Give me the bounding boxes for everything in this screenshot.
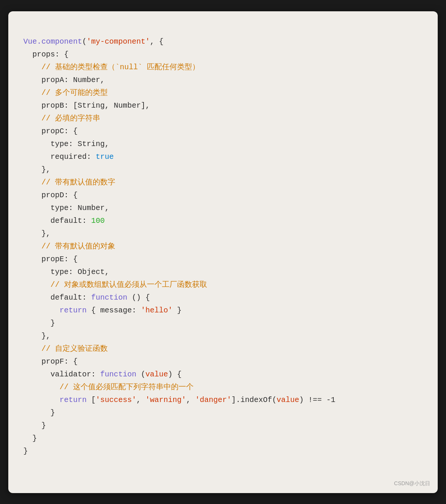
comment-propF: // 自定义验证函数 (23, 344, 108, 353)
paren-open: ( (82, 37, 87, 46)
function-keyword1: function (91, 293, 127, 302)
comma3: , (186, 396, 195, 404)
comma1: , { (150, 37, 163, 46)
propD-default: default: (23, 216, 91, 225)
propC-close: }, (23, 165, 50, 174)
comma2: , (136, 396, 145, 404)
value-param2: value (276, 396, 299, 404)
return-keyword: return (60, 306, 87, 315)
props-key: props: { (23, 50, 69, 59)
propD-open: propD: { (23, 191, 78, 199)
propE-close: }, (23, 332, 50, 340)
true-keyword: true (96, 152, 114, 161)
comment-factory: // 对象或数组默认值必须从一个工厂函数获取 (23, 280, 207, 289)
propF-open: propF: { (23, 357, 78, 366)
func-close: } (23, 319, 55, 327)
comment-propC: // 必填的字符串 (23, 114, 100, 123)
propD-close: }, (23, 229, 50, 238)
propF-close: } (23, 421, 46, 430)
danger-string: 'danger' (195, 396, 231, 404)
code-block: Vue.component('my-component', { props: {… (23, 23, 423, 471)
hello-string: 'hello' (141, 306, 173, 315)
propC-required: required: (23, 152, 96, 161)
propA-line: propA: Number, (23, 76, 105, 84)
validator-close: } (23, 408, 55, 417)
watermark: CSDN@小沈日 (394, 480, 430, 487)
vue-component-call: Vue.component (23, 37, 82, 46)
propC-open: propC: { (23, 127, 78, 136)
return-obj: { message: (87, 306, 141, 315)
comment-validator: // 这个值必须匹配下列字符串中的一个 (23, 383, 194, 391)
component-name-string: 'my-component' (87, 37, 150, 46)
props-close: } (23, 434, 37, 443)
number-100: 100 (91, 216, 105, 225)
value-param: value (145, 370, 168, 379)
comment-propB: // 多个可能的类型 (23, 88, 108, 97)
success-string: 'success' (96, 396, 136, 404)
array-open: [ (87, 396, 96, 404)
validator-line: validator: (23, 370, 100, 379)
comment-propA: // 基础的类型检查（`null` 匹配任何类型） (23, 63, 200, 72)
propC-type: type: String, (23, 140, 109, 148)
comment-propD: // 带有默认值的数字 (23, 178, 115, 187)
propD-type: type: Number, (23, 204, 109, 212)
func-parens: () { (127, 293, 150, 302)
return-close: } (173, 306, 182, 315)
return-line (23, 306, 60, 315)
component-close: } (23, 447, 28, 455)
indexof-call: ].indexOf( (231, 396, 276, 404)
propE-default-func: default: (23, 293, 91, 302)
function-keyword2: function (100, 370, 136, 379)
comment-propE: // 带有默认值的对象 (23, 242, 115, 251)
indexof-close: ) !== -1 (299, 396, 335, 404)
propB-line: propB: [String, Number], (23, 101, 150, 110)
return-keyword2: return (60, 396, 87, 404)
return-line2 (23, 396, 60, 404)
propE-open: propE: { (23, 255, 78, 263)
validator-paren: ( (136, 370, 145, 379)
warning-string: 'warning' (145, 396, 186, 404)
code-container: Vue.component('my-component', { props: {… (8, 11, 438, 493)
propE-type: type: Object, (23, 268, 109, 276)
validator-brace: ) { (168, 370, 182, 379)
